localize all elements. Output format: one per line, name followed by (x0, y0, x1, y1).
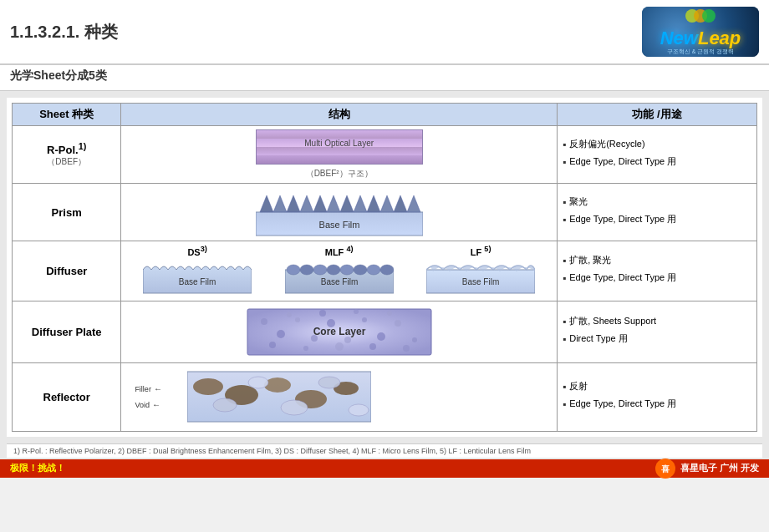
diffuser-plate-structure-cell: Core Layer (121, 301, 558, 362)
table-row-reflector: Reflector Filler ← Void ← (13, 362, 757, 431)
header: 1.1.3.2.1. 种类 New Leap 구조혁신 & 근원적 경쟁력 (0, 0, 769, 65)
rpol-structure: Multi Optical Layer （DBEF²）구조） (126, 129, 552, 180)
diffuser-structure-cell: DS3) (121, 241, 558, 301)
diffuser-plate-type-cell: Diffuser Plate (13, 301, 121, 362)
filler-arrow: ← (154, 384, 162, 393)
bottom-logo-text: 喜星电子 广州 开发 (680, 462, 759, 474)
footer-note: 1) R-Pol. : Reflective Polarizer, 2) DBE… (7, 443, 762, 458)
table-row-diffuser: Diffuser DS3) (13, 241, 757, 301)
svg-point-37 (362, 317, 367, 322)
rpol-func-1: ▪ 反射偏光(Recycle) (563, 137, 751, 153)
rpol-stripe-3 (257, 147, 422, 155)
svg-point-32 (277, 330, 285, 338)
diffuser-cols: DS3) (126, 245, 552, 297)
rpol-dbef-label: （DBEF²）구조） (306, 168, 373, 180)
prism-function-cell: ▪ 聚光 ▪ Edge Type, Direct Type 用 (557, 184, 756, 241)
svg-point-54 (264, 377, 291, 393)
ds-svg: Base Film (143, 260, 252, 297)
reflector-structure-cell: Filler ← Void ← (121, 362, 558, 431)
table-row-rpol: R-Pol.1) （DBEF） Multi Optical Layer (13, 126, 757, 184)
svg-text:Base Film: Base Film (320, 277, 357, 286)
bottom-logo: 喜 喜星电子 广州 开发 (655, 459, 759, 479)
void-row: Void ← (135, 400, 181, 409)
void-label: Void (135, 401, 150, 409)
rpol-label-stripe: Multi Optical Layer (257, 139, 422, 147)
prism-type-cell: Prism (13, 184, 121, 241)
prism-structure-cell: Base Film (121, 184, 558, 241)
filler-row: Filler ← (135, 384, 181, 393)
svg-point-25 (367, 265, 380, 275)
rpol-structure-cell: Multi Optical Layer （DBEF²）구조） (121, 126, 558, 184)
svg-point-23 (340, 265, 354, 275)
diffuser-plate-vis: Core Layer (126, 305, 552, 359)
core-layer-svg: Core Layer (239, 305, 440, 359)
prism-container: Base Film (256, 187, 423, 237)
svg-marker-11 (354, 195, 367, 212)
svg-text:Base Film: Base Film (179, 277, 216, 286)
svg-point-26 (380, 265, 394, 275)
bottom-bar-text: 极限！挑战！ (10, 462, 65, 474)
prism-func-2-text: Edge Type, Direct Type 用 (569, 212, 676, 227)
logo-area: New Leap 구조혁신 & 근원적 경쟁력 (642, 7, 759, 57)
reflector-labels-div: Filler ← Void ← (135, 384, 181, 409)
svg-point-58 (248, 377, 268, 388)
svg-point-36 (344, 337, 351, 343)
svg-marker-9 (327, 195, 340, 212)
filler-label: Filler (135, 385, 151, 393)
sheet-table: Sheet 种类 结构 功能 /用途 R-Pol.1) （DBEF） (12, 103, 757, 432)
svg-text:喜: 喜 (661, 464, 670, 474)
rpol-func-2-text: Edge Type, Direct Type 用 (569, 155, 676, 170)
svg-marker-7 (300, 195, 313, 212)
svg-point-52 (193, 378, 223, 395)
prism-svg: Base Film (256, 187, 423, 237)
rpol-name: R-Pol.1) (18, 141, 115, 156)
rpol-func-2: ▪ Edge Type, Direct Type 用 (563, 155, 751, 170)
svg-point-46 (354, 309, 359, 314)
bottom-bar: 极限！挑战！ 喜 喜星电子 广州 开发 (0, 459, 769, 478)
rpol-function-cell: ▪ 反射偏光(Recycle) ▪ Edge Type, Direct Type… (557, 126, 756, 184)
ds-label: DS3) (187, 245, 206, 257)
col-header-function: 功能 /用途 (557, 104, 756, 126)
logo-subtitle: 구조혁신 & 근원적 경쟁력 (660, 48, 741, 56)
diffuser-plate-func-2: ▪ Direct Type 用 (563, 332, 751, 347)
rpol-optical-box: Multi Optical Layer (256, 129, 423, 165)
svg-point-49 (403, 345, 410, 352)
svg-point-40 (412, 337, 417, 342)
footer-note-text: 1) R-Pol. : Reflective Polarizer, 2) DBE… (13, 447, 531, 455)
diffuser-func-1-text: 扩散, 聚光 (569, 253, 611, 268)
reflector-func-1-text: 反射 (569, 379, 588, 394)
subtitle-bar: 光学Sheet分成5类 (0, 65, 769, 91)
mlf-label: MLF 4) (325, 245, 354, 257)
diffuser-func-2-text: Edge Type, Direct Type 用 (569, 271, 676, 286)
svg-marker-15 (407, 195, 420, 212)
rpol-sub: （DBEF） (18, 156, 115, 168)
rpol-type-cell: R-Pol.1) （DBEF） (13, 126, 121, 184)
diffuser-func-1: ▪ 扩散, 聚光 (563, 253, 751, 269)
rpol-func-1-text: 反射偏光(Recycle) (569, 137, 644, 152)
mlf-svg: Base Film (285, 260, 394, 297)
svg-point-57 (213, 398, 237, 412)
svg-marker-10 (340, 195, 354, 212)
svg-point-39 (395, 320, 401, 327)
diffuser-plate-func-1: ▪ 扩散, Sheets Support (563, 314, 751, 330)
logo-leap-text: Leap (698, 28, 741, 49)
svg-text:Core Layer: Core Layer (313, 326, 365, 337)
subtitle-text: 光学Sheet分成5类 (10, 68, 107, 82)
svg-point-31 (261, 318, 267, 325)
svg-marker-13 (380, 195, 394, 212)
reflector-vis: Filler ← Void ← (126, 367, 552, 428)
svg-point-24 (354, 265, 367, 275)
svg-marker-4 (260, 195, 273, 212)
reflector-name: Reflector (18, 391, 115, 403)
diffuser-lf-col: LF 5) (426, 245, 535, 297)
svg-text:Base Film: Base Film (318, 220, 359, 230)
svg-point-43 (303, 346, 308, 351)
prism-name: Prism (18, 206, 115, 219)
rpol-stripe-1 (257, 130, 422, 139)
prism-func-1: ▪ 聚光 (563, 195, 751, 210)
page-title: 1.1.3.2.1. 种类 (10, 21, 118, 43)
svg-point-38 (377, 332, 385, 341)
diffuser-plate-name: Diffuser Plate (18, 326, 115, 338)
rpol-stripe-4 (257, 155, 422, 164)
svg-point-59 (281, 400, 308, 415)
